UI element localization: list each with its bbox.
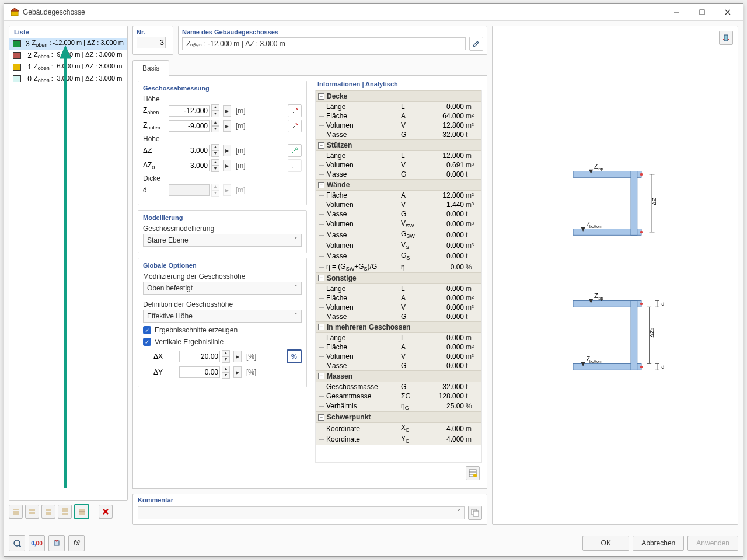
- apply-button[interactable]: Anwenden: [687, 536, 738, 551]
- svg-point-29: [640, 173, 643, 176]
- tab-basis[interactable]: Basis: [132, 60, 169, 76]
- pick-dz-button[interactable]: [288, 144, 302, 157]
- storeys-stack-button[interactable]: [58, 505, 72, 519]
- svg-rect-14: [62, 510, 68, 512]
- info-row: ⸺VerhältnisηG25.00%: [316, 401, 481, 411]
- info-row: ⸺VolumenV12.800m³: [316, 121, 481, 130]
- list-item[interactable]: 2Zoben : -9.000 m | ΔZ : 3.000 m: [9, 50, 127, 61]
- add-storey-button[interactable]: [25, 505, 39, 519]
- preview-settings-button[interactable]: [719, 31, 733, 45]
- info-row: ⸺VolumenV0.000m³: [316, 303, 481, 312]
- svg-point-44: [640, 303, 643, 306]
- close-button[interactable]: [715, 4, 741, 20]
- svg-rect-0: [11, 11, 18, 16]
- number-box: Nr.: [132, 26, 173, 55]
- def-height-dropdown[interactable]: Effektive Höhe˅: [143, 310, 302, 323]
- dialog-footer: 0,00 fx̂ OK Abbrechen Anwenden: [9, 530, 738, 556]
- info-row: ⸺VolumenV0.691m³: [316, 160, 481, 170]
- info-row: ⸺LängeL0.000m: [316, 102, 481, 111]
- z-oben-input[interactable]: [169, 105, 210, 117]
- svg-line-65: [19, 545, 21, 547]
- svg-rect-9: [29, 509, 35, 511]
- dz-input[interactable]: [169, 145, 210, 156]
- info-row: ⸺MasseG0.000t: [316, 209, 481, 219]
- percent-button[interactable]: %: [287, 349, 302, 363]
- info-row: ⸺MasseG0.000t: [316, 170, 481, 179]
- info-scroll[interactable]: −Decke⸺LängeL0.000m⸺FlächeA64.000m²⸺Volu…: [315, 90, 482, 463]
- info-row: ⸺VolumenV1.440m³: [316, 200, 481, 209]
- nr-input[interactable]: [137, 37, 166, 48]
- info-row: ⸺FlächeA0.000m²: [316, 293, 481, 303]
- svg-rect-7: [13, 511, 19, 513]
- vertical-result-line-checkbox[interactable]: ✓: [143, 338, 151, 346]
- dialog-window: Gebäudegeschosse Liste 3Zoben : -12.000 …: [4, 4, 743, 556]
- info-group-header[interactable]: −Schwerpunkt: [316, 411, 481, 423]
- info-row: ⸺LängeL0.000m: [316, 284, 481, 293]
- svg-point-22: [473, 474, 477, 477]
- delete-storey-button[interactable]: [99, 505, 113, 519]
- info-row: ⸺GeschossmasseG32.000t: [316, 382, 481, 391]
- list-body: 3Zoben : -12.000 m | ΔZ : 3.000 m2Zoben …: [9, 38, 127, 500]
- list-heading: Liste: [9, 26, 127, 38]
- pick-z-oben-button[interactable]: [288, 104, 302, 117]
- z-unten-step[interactable]: ▸: [223, 120, 231, 132]
- z-oben-spin[interactable]: ▲▼: [211, 104, 219, 117]
- name-label: Name des Gebäudegeschosses: [182, 27, 483, 37]
- dimensions-group: Geschossabmessung Höhe Zoben ▲▼ ▸ [m]: [138, 80, 307, 205]
- info-group-header[interactable]: −In mehreren Geschossen: [316, 321, 481, 333]
- edit-name-button[interactable]: [469, 37, 483, 51]
- info-row: ⸺MasseG0.000t: [316, 361, 481, 370]
- info-table-button[interactable]: [466, 466, 480, 480]
- storey-diagram-dz0: Ztop Zbottom ΔZ₀ d d: [563, 288, 668, 393]
- nr-label: Nr.: [137, 27, 169, 37]
- dz0-input[interactable]: [169, 160, 210, 172]
- units-button[interactable]: 0,00: [29, 535, 45, 551]
- cancel-button[interactable]: Abbrechen: [633, 536, 684, 551]
- preview-panel: Ztop Zbottom ΔZ Ztop Zbottom: [492, 26, 738, 525]
- info-group-header[interactable]: −Sonstige: [316, 272, 481, 284]
- info-group-header[interactable]: −Decke: [316, 90, 481, 102]
- info-group-header[interactable]: −Stützen: [316, 139, 481, 151]
- model-dropdown[interactable]: Starre Ebene˅: [143, 234, 302, 247]
- svg-rect-3: [700, 10, 704, 15]
- help-button[interactable]: [9, 535, 25, 551]
- list-item[interactable]: 1Zoben : -6.000 m | ΔZ : 3.000 m: [9, 61, 127, 73]
- results-sections-checkbox[interactable]: ✓: [143, 326, 151, 334]
- duplicate-storey-button[interactable]: [41, 505, 55, 519]
- svg-rect-25: [724, 35, 728, 41]
- mod-height-dropdown[interactable]: Oben befestigt˅: [143, 282, 302, 295]
- svg-text:bottom: bottom: [589, 359, 602, 364]
- modelling-group: Modellierung Geschossmodellierung Starre…: [138, 210, 307, 253]
- svg-point-45: [640, 366, 643, 369]
- list-item[interactable]: 3Zoben : -12.000 m | ΔZ : 3.000 m: [9, 38, 127, 50]
- z-unten-input[interactable]: [169, 120, 210, 132]
- info-row: ⸺η = (GSW+GS)/Gη0.00%: [316, 262, 481, 272]
- name-input[interactable]: [182, 37, 466, 50]
- info-group-header[interactable]: −Massen: [316, 370, 481, 382]
- comment-list-button[interactable]: [468, 506, 482, 520]
- function-button[interactable]: fx̂: [68, 535, 85, 551]
- dy-input[interactable]: [179, 366, 220, 378]
- z-unten-spin[interactable]: ▲▼: [211, 120, 219, 132]
- svg-rect-24: [473, 511, 479, 516]
- info-group-header[interactable]: −Wände: [316, 179, 481, 191]
- dx-input[interactable]: [179, 351, 220, 362]
- ok-button[interactable]: OK: [582, 536, 629, 551]
- svg-rect-43: [631, 301, 637, 370]
- maximize-button[interactable]: [689, 4, 715, 20]
- add-storey-top-button[interactable]: [9, 505, 23, 519]
- storeys-view-button[interactable]: [74, 504, 89, 519]
- generate-button[interactable]: [48, 535, 65, 551]
- pick-z-unten-button[interactable]: [288, 120, 302, 132]
- name-box: Name des Gebäudegeschosses: [178, 26, 487, 55]
- info-row: ⸺FlächeA64.000m²: [316, 111, 481, 121]
- info-row: ⸺MasseGS0.000t: [316, 251, 481, 261]
- svg-text:top: top: [597, 166, 603, 172]
- z-oben-step[interactable]: ▸: [223, 105, 231, 117]
- window-title: Gebäudegeschosse: [23, 8, 664, 16]
- info-row: ⸺KoordinateXC4.000m: [316, 423, 481, 433]
- list-item[interactable]: 0Zoben : -3.000 m | ΔZ : 3.000 m: [9, 74, 127, 85]
- global-options-group: Globale Optionen Modifizierung der Gesch…: [138, 258, 307, 387]
- comment-input[interactable]: ˅: [138, 506, 465, 519]
- minimize-button[interactable]: [664, 4, 689, 20]
